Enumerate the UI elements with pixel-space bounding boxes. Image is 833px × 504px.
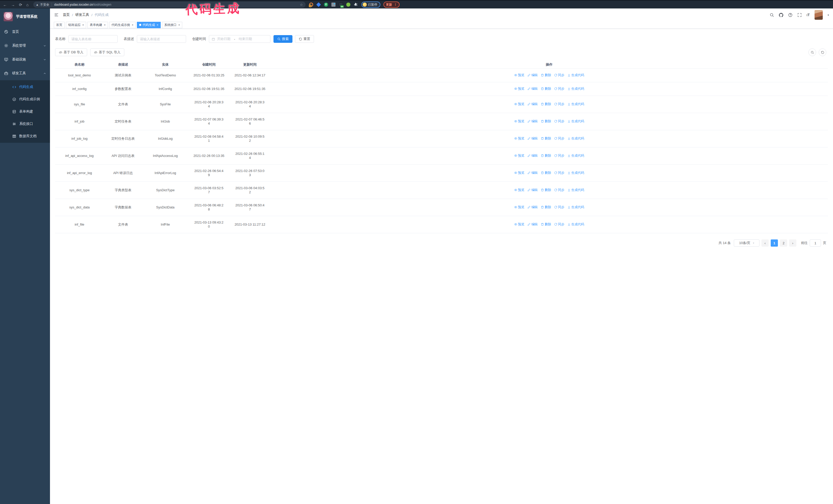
close-icon[interactable]: × [132, 24, 133, 26]
app-frame: 芋道管理系统 首页 系统管理 基础设施 研发工具 代码生成 [0, 8, 416, 252]
import-sql-button[interactable]: 基于 SQL 导入 [90, 48, 124, 56]
tab-codegen-example[interactable]: 代码生成示例 × [109, 22, 136, 28]
cell-created: 2021-02-08 04:58:4 1 [188, 130, 230, 147]
close-icon[interactable]: × [157, 24, 158, 26]
extension-icon-diamond[interactable] [316, 2, 321, 7]
reload-icon[interactable]: ⟳ [19, 3, 22, 7]
extension-on-badge: on [340, 5, 344, 8]
cell-updated: 2021-02-08 10:09:5 2 [230, 130, 270, 147]
sidebar-item-system[interactable]: 系统管理 [0, 39, 50, 52]
cell-table-desc: 参数配置表 [104, 82, 142, 96]
extension-icon-dark[interactable]: on [339, 3, 343, 7]
sidebar-item-infra[interactable]: 基础设施 [0, 52, 50, 66]
update-label: 更新 [386, 3, 392, 7]
extension-icon-green-check[interactable]: V [324, 3, 328, 7]
paused-badge[interactable]: 已暂停 [361, 2, 380, 8]
extensions-puzzle-icon[interactable] [354, 3, 358, 7]
cell-actions: 预览编辑删除同步生成代码 [270, 216, 416, 233]
cell-table-name: sys_dict_type [55, 182, 104, 199]
reset-button[interactable]: 重置 [295, 35, 314, 43]
breadcrumb-devtools[interactable]: 研发工具 [75, 13, 89, 17]
cell-entity: ToolTestDemo [142, 69, 188, 82]
extension-icon-orange[interactable]: 1 [309, 3, 313, 7]
cell-actions: 预览编辑删除同步生成代码 [270, 82, 416, 96]
cell-table-name: sys_dict_data [55, 199, 104, 216]
cell-actions: 预览编辑删除同步生成代码 [270, 69, 416, 82]
extension-icon-green[interactable] [346, 3, 350, 7]
cell-entity: SysDictType [142, 182, 188, 199]
table-row: inf_api_access_log API 访问日志表 InfApiAcces… [55, 147, 416, 165]
sidebar-item-codegen-example[interactable]: 代码生成示例 [0, 93, 50, 105]
toolbar: 基于 DB 导入 基于 SQL 导入 [55, 48, 416, 56]
address-bar[interactable]: ▲ 不安全 dashboard.yudao.iocoder.cn /tool/c… [33, 2, 306, 8]
check-circle-icon [12, 97, 16, 101]
table-row: sys_file 文件表 SysFile 2021-02-06 20:28:3 … [55, 96, 416, 113]
sidebar-item-form-builder[interactable]: 表单构建 [0, 105, 50, 118]
browser-chrome: ← → ⟳ ⌂ ▲ 不安全 dashboard.yudao.iocoder.cn… [0, 0, 416, 8]
refresh-icon [299, 38, 302, 41]
sidebar-item-label: 研发工具 [12, 71, 26, 76]
cell-updated: 2021-03-06 06:50:4 7 [230, 199, 270, 216]
sidebar: 芋道管理系统 首页 系统管理 基础设施 研发工具 代码生成 [0, 8, 50, 252]
tab-home[interactable]: 首页 [54, 22, 65, 28]
cell-created: 2021-02-07 06:39:3 4 [188, 113, 230, 130]
chevron-up-icon [43, 72, 46, 75]
sidebar-item-devtools[interactable]: 研发工具 [0, 66, 50, 80]
sidebar-item-home[interactable]: 首页 [0, 25, 50, 39]
update-button[interactable]: 更新 ⋮ [383, 2, 400, 8]
cell-entity: SysFile [142, 96, 188, 113]
app-logo [4, 12, 13, 21]
date-range-picker[interactable]: 开始日期 - 结束日期 [209, 35, 270, 43]
sidebar-collapse-icon[interactable] [54, 13, 59, 17]
search-button[interactable]: 搜索 [273, 35, 292, 43]
import-db-button[interactable]: 基于 DB 导入 [55, 48, 87, 56]
end-date-placeholder[interactable]: 结束日期 [239, 37, 252, 41]
cell-actions: 预览编辑删除同步生成代码 [270, 96, 416, 113]
close-icon[interactable]: × [82, 24, 84, 26]
sliders-icon [12, 122, 16, 126]
cell-table-desc: API 访问日志表 [104, 147, 142, 165]
sidebar-item-label: 代码生成示例 [19, 97, 40, 101]
cell-created: 2021-03-06 06:48:2 8 [188, 199, 230, 216]
home-icon[interactable]: ⌂ [26, 3, 29, 7]
close-icon[interactable]: × [178, 24, 180, 26]
sidebar-item-label: 首页 [12, 29, 19, 34]
bookmark-star-icon[interactable]: ☆ [300, 3, 303, 7]
dashboard-icon [4, 30, 8, 34]
sidebar-item-system-api[interactable]: 系统接口 [0, 118, 50, 130]
gear-icon [4, 44, 8, 48]
tab-form-builder[interactable]: 表单构建 × [88, 22, 108, 28]
breadcrumb-home[interactable]: 首页 [63, 13, 70, 17]
extension-badge: 1 [309, 5, 311, 7]
cell-table-desc: 定时任务日志表 [104, 130, 142, 147]
back-icon[interactable]: ← [3, 3, 7, 7]
col-table-name: 表名称 [55, 61, 104, 69]
table-grid-icon [12, 134, 16, 138]
cell-table-desc: 定时任务表 [104, 113, 142, 130]
cell-updated: 2021-03-13 11:27:12 [230, 216, 270, 233]
forward-icon[interactable]: → [11, 3, 15, 7]
url-host: dashboard.yudao.iocoder.cn [54, 3, 93, 6]
cell-updated: 2021-03-06 04:03:5 2 [230, 182, 270, 199]
cell-actions: 预览编辑删除同步生成代码 [270, 165, 416, 182]
cell-created: 2021-02-26 00:13:35 [188, 147, 230, 165]
tab-tracing[interactable]: 链路追踪 × [66, 22, 86, 28]
table-desc-input[interactable] [137, 35, 186, 43]
extension-icon-gray[interactable] [331, 3, 335, 7]
sidebar-item-codegen[interactable]: 代码生成 [0, 81, 50, 93]
security-label[interactable]: 不安全 [40, 3, 49, 7]
table-name-input[interactable] [68, 35, 118, 43]
tab-system-api[interactable]: 系统接口 × [162, 22, 182, 28]
search-icon [277, 38, 281, 41]
cell-table-desc: 文件表 [104, 96, 142, 113]
close-icon[interactable]: × [104, 24, 105, 26]
app-logo-row[interactable]: 芋道管理系统 [4, 10, 50, 23]
cell-updated: 2021-02-07 06:46:5 6 [230, 113, 270, 130]
start-date-placeholder[interactable]: 开始日期 [217, 37, 231, 41]
browser-menu-icon[interactable]: ⋮ [394, 3, 397, 6]
cell-table-desc: 测试示例表 [104, 69, 142, 82]
codegen-table: 表名称 表描述 实体 创建时间 更新时间 操作 tool_test_demo 测… [55, 61, 416, 233]
tab-codegen[interactable]: 代码生成 × [137, 22, 161, 28]
table-row: inf_config 参数配置表 InfConfig 2021-02-06 19… [55, 82, 416, 96]
sidebar-item-db-doc[interactable]: 数据库文档 [0, 130, 50, 142]
